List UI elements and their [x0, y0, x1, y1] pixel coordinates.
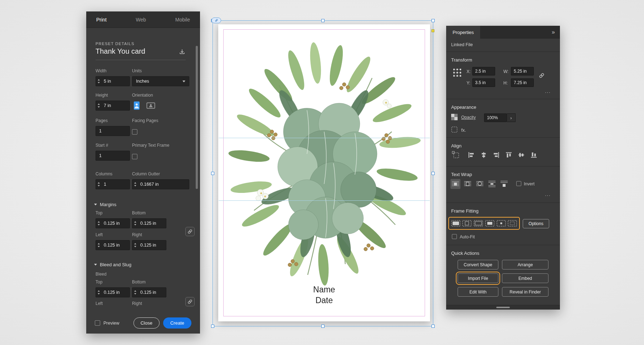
facing-pages-checkbox[interactable] — [132, 129, 137, 135]
width-input[interactable]: 5 in — [96, 76, 130, 86]
align-left-icon[interactable] — [468, 151, 475, 159]
height-label: Height — [96, 93, 130, 98]
primary-text-frame-checkbox[interactable] — [132, 154, 137, 159]
tab-mobile[interactable]: Mobile — [175, 17, 190, 23]
start-number-input[interactable]: 1 — [96, 151, 130, 161]
margin-top-stepper[interactable] — [96, 219, 102, 228]
fit-frame-to-content-icon[interactable] — [474, 220, 483, 227]
selection-handle-bottom-right[interactable] — [431, 325, 435, 328]
margin-right-input[interactable]: 0.125 in — [132, 240, 166, 250]
chevron-down-icon — [94, 264, 97, 266]
fit-content-to-frame-icon[interactable] — [485, 220, 494, 227]
opacity-label[interactable]: Opacity — [461, 115, 476, 120]
opacity-input[interactable]: 100% — [484, 113, 507, 122]
invert-checkbox[interactable] — [516, 181, 521, 186]
align-horizontal-center-icon[interactable] — [480, 151, 487, 159]
corner-edit-handle[interactable] — [431, 29, 434, 32]
h-input[interactable]: 7.25 in — [511, 78, 534, 87]
clear-frame-fitting-icon[interactable] — [508, 220, 517, 227]
bleed-link-button[interactable] — [185, 297, 195, 306]
reference-point-grid-icon[interactable] — [453, 68, 462, 77]
close-button[interactable]: Close — [133, 317, 160, 329]
scrollbar-handle[interactable] — [496, 307, 510, 308]
transform-more-options-icon[interactable]: ··· — [545, 89, 551, 95]
selection-handle-top-right[interactable] — [431, 19, 435, 22]
selection-handle-top-mid[interactable] — [321, 19, 325, 22]
object-effects-icon[interactable] — [452, 127, 457, 132]
margin-right-stepper[interactable] — [132, 240, 138, 250]
arrange-button[interactable]: Arrange — [502, 260, 548, 269]
align-right-icon[interactable] — [493, 151, 500, 159]
center-content-icon[interactable] — [497, 220, 506, 227]
selection-handle-mid-right[interactable] — [431, 172, 435, 175]
bleed-bottom-input[interactable]: 0.125 in — [132, 287, 166, 297]
height-input[interactable]: 7 in — [96, 101, 130, 111]
reveal-in-finder-button[interactable]: Reveal in Finder — [502, 287, 548, 297]
convert-shape-button[interactable]: Convert Shape — [458, 260, 498, 269]
embed-button[interactable]: Embed — [502, 273, 548, 283]
tab-print[interactable]: Print — [96, 17, 107, 23]
import-file-button[interactable]: Import File — [458, 273, 498, 283]
save-preset-icon[interactable] — [179, 48, 186, 55]
align-header: Align — [451, 143, 462, 149]
selection-handle-mid-left[interactable] — [211, 172, 214, 175]
margin-left-input[interactable]: 0.125 in — [96, 240, 130, 250]
fx-label[interactable]: fx. — [461, 127, 466, 133]
bleed-top-stepper[interactable] — [96, 288, 102, 297]
column-gutter-input[interactable]: 0.1667 in — [132, 179, 189, 189]
preset-name-input[interactable]: Thank You card — [96, 47, 145, 55]
linked-file-badge[interactable] — [211, 18, 221, 23]
orientation-landscape-icon[interactable] — [146, 101, 156, 111]
text-wrap-more-options-icon[interactable]: ··· — [545, 193, 551, 198]
create-button[interactable]: Create — [163, 317, 191, 329]
margins-link-button[interactable] — [185, 227, 195, 236]
width-stepper[interactable] — [96, 77, 102, 86]
fill-frame-proportionally-icon[interactable] — [451, 220, 460, 227]
columns-input[interactable]: 1 — [96, 179, 130, 189]
preview-checkbox[interactable] — [95, 320, 100, 326]
units-dropdown[interactable]: Inches — [132, 76, 189, 86]
text-wrap-jump-next-column-icon[interactable] — [499, 179, 509, 189]
h-label: H: — [503, 81, 508, 86]
preset-details-label: PRESET DETAILS — [96, 42, 135, 46]
margin-left-stepper[interactable] — [96, 240, 102, 250]
tab-web[interactable]: Web — [136, 17, 146, 23]
bleed-top-input[interactable]: 0.125 in — [96, 287, 130, 297]
margins-header: Margins — [100, 202, 116, 207]
margin-bottom-input[interactable]: 0.125 in — [132, 218, 166, 228]
w-input[interactable]: 5.25 in — [511, 67, 534, 76]
margin-bottom-stepper[interactable] — [132, 219, 138, 228]
align-to-selection-icon[interactable] — [452, 151, 460, 159]
pages-input[interactable]: 1 — [96, 126, 130, 136]
bleed-slug-section-toggle[interactable]: Bleed and Slug — [94, 262, 131, 267]
constrain-proportions-chain-icon[interactable] — [538, 72, 546, 79]
selection-handle-bottom-mid[interactable] — [321, 325, 325, 328]
margin-top-input[interactable]: 0.125 in — [96, 218, 130, 228]
frame-fitting-options-button[interactable]: Options — [523, 219, 549, 228]
height-value: 7 in — [102, 103, 111, 108]
tab-properties[interactable]: Properties — [446, 26, 480, 39]
align-top-icon[interactable] — [505, 151, 512, 159]
edit-with-button[interactable]: Edit With — [458, 287, 498, 297]
columns-stepper[interactable] — [96, 180, 102, 189]
auto-fit-checkbox[interactable] — [452, 234, 457, 239]
text-wrap-bounding-box-icon[interactable] — [463, 179, 473, 189]
x-input[interactable]: 2.5 in — [472, 67, 495, 76]
orientation-portrait-icon[interactable] — [132, 101, 141, 111]
quick-actions-header: Quick Actions — [451, 251, 479, 256]
align-vertical-center-icon[interactable] — [518, 151, 525, 159]
column-gutter-stepper[interactable] — [132, 180, 138, 189]
bleed-bottom-stepper[interactable] — [132, 288, 138, 297]
y-input[interactable]: 3.5 in — [472, 78, 495, 87]
align-bottom-icon[interactable] — [530, 151, 537, 159]
height-stepper[interactable] — [96, 101, 102, 110]
collapse-panel-icon[interactable]: » — [552, 29, 560, 35]
text-wrap-none-icon[interactable] — [450, 179, 460, 189]
panel-scrollbar[interactable] — [196, 46, 198, 189]
text-wrap-object-shape-icon[interactable] — [475, 179, 485, 189]
opacity-flyout-button[interactable]: › — [507, 113, 516, 122]
text-wrap-jump-object-icon[interactable] — [487, 179, 497, 189]
margins-section-toggle[interactable]: Margins — [94, 202, 116, 207]
selection-handle-bottom-left[interactable] — [211, 325, 214, 328]
fit-content-proportionally-icon[interactable] — [462, 220, 472, 227]
